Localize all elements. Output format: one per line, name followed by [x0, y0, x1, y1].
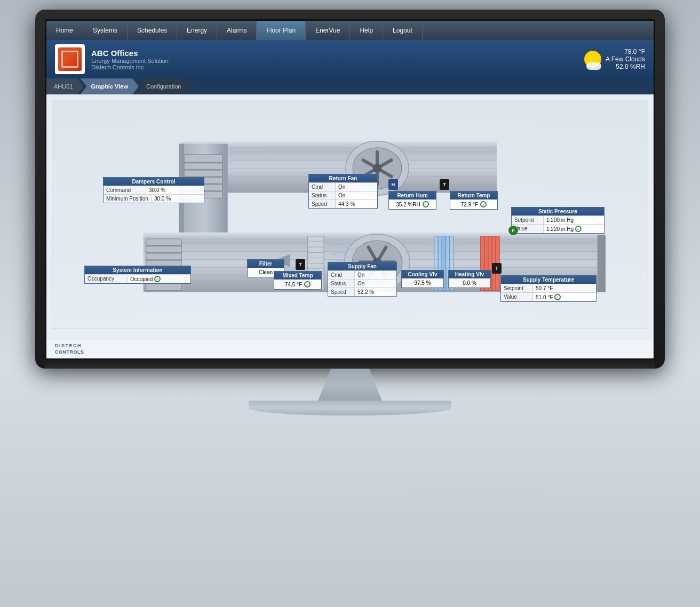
return-fan-speed-label: Speed	[309, 200, 336, 208]
distech-logo: DISTECH CONTROLS	[55, 343, 84, 355]
distech-logo-line1: DISTECH	[55, 343, 84, 349]
cooling-vlv-panel: Cooling Vlv 97.5 %	[401, 270, 444, 288]
tab-ahu01[interactable]: AHU01	[46, 78, 83, 94]
static-value-val: 1.220 in Hg	[544, 225, 584, 233]
static-pressure-header: Static Pressure	[512, 207, 604, 215]
supply-fan-speed-value: 52.2 %	[355, 288, 384, 296]
supply-fan-speed-label: Speed	[328, 288, 355, 296]
heating-vlv-header: Heating Vlv	[449, 270, 490, 278]
return-fan-status-value: On	[336, 191, 365, 199]
return-temp-value: 72.9 °F	[461, 202, 478, 207]
occupancy-label: Occupancy	[85, 275, 128, 283]
supply-fan-panel: Supply Fan Cmd On Status On Speed 52.2 %	[328, 262, 397, 297]
static-setpoint-label: Setpoint	[512, 216, 544, 224]
header-left: ABC Offices Energy Management Solution D…	[55, 44, 169, 74]
return-hum-status	[423, 201, 429, 207]
graphic-container: Dampers Control Command 30.0 % Minimum P…	[52, 100, 648, 329]
weather-box: 78.0 °F A Few Clouds 52.0 %RH	[584, 48, 645, 70]
supply-fan-header: Supply Fan	[328, 262, 396, 270]
dampers-control-header: Dampers Control	[104, 178, 204, 186]
static-setpoint-value: 1.200 in Hg	[544, 216, 576, 224]
return-temp-panel: Return Temp 72.9 °F	[450, 191, 498, 210]
dampers-minpos-label: Minimum Position	[104, 195, 152, 203]
breadcrumb: AHU01 Graphic View Configuration	[46, 78, 654, 94]
static-pressure-panel: Static Pressure Setpoint 1.200 in Hg Val…	[511, 207, 604, 234]
footer: DISTECH CONTROLS	[46, 340, 654, 358]
pressure-sensor: F	[508, 226, 518, 235]
nav-schedules[interactable]: Schedules	[128, 21, 177, 40]
distech-logo-line2: CONTROLS	[55, 349, 84, 356]
logo-icon	[58, 47, 82, 71]
main-content: Dampers Control Command 30.0 % Minimum P…	[46, 94, 654, 340]
weather-temp: 78.0 °F	[606, 48, 645, 55]
filter-header: Filter	[248, 260, 284, 268]
supply-fan-cmd-value: On	[355, 271, 384, 279]
dampers-command-value: 30.0 %	[146, 186, 176, 194]
system-info-header: System Information	[85, 266, 190, 274]
temp-sensor-return: T	[440, 179, 449, 190]
return-fan-speed-row: Speed 44.3 %	[309, 199, 377, 208]
nav-alarms[interactable]: Alarms	[217, 21, 257, 40]
static-value-row: Value 1.220 in Hg	[512, 224, 604, 233]
filter-value: Clean	[259, 269, 273, 275]
header: ABC Offices Energy Management Solution D…	[46, 40, 654, 78]
nav-home[interactable]: Home	[46, 21, 83, 40]
return-hum-header: Return Hum	[389, 191, 436, 199]
cooling-vlv-header: Cooling Vlv	[402, 270, 443, 278]
weather-info: 78.0 °F A Few Clouds 52.0 %RH	[606, 48, 645, 70]
return-hum-panel: Return Hum 35.2 %RH	[388, 191, 436, 210]
mixed-temp-value: 74.5 °F	[285, 282, 302, 287]
nav-systems[interactable]: Systems	[83, 21, 128, 40]
return-temp-status	[480, 201, 487, 207]
return-temp-header: Return Temp	[450, 191, 497, 199]
nav-enervue[interactable]: EnerVue	[306, 21, 350, 40]
occupancy-value: Occupied	[128, 275, 163, 283]
static-setpoint-row: Setpoint 1.200 in Hg	[512, 215, 604, 224]
monitor-bottom	[45, 360, 655, 369]
weather-condition: A Few Clouds	[606, 55, 645, 63]
mixed-temp-status	[304, 281, 311, 287]
mixed-temp-header: Mixed Temp	[274, 271, 321, 279]
dampers-command-row: Command 30.0 %	[104, 186, 204, 194]
occupancy-row: Occupancy Occupied	[85, 274, 190, 283]
heating-vlv-panel: Heating Vlv 0.0 %	[448, 270, 491, 288]
supply-temp-value-row: Value 51.0 °F	[501, 292, 596, 301]
nav-help[interactable]: Help	[350, 21, 383, 40]
return-fan-cmd-value: On	[336, 183, 365, 191]
weather-icon	[584, 51, 601, 68]
svg-point-12	[373, 164, 381, 172]
mixed-temp-body: 74.5 °F	[274, 279, 321, 289]
temp-sensor-mixed: T	[296, 259, 305, 270]
mixed-temp-panel: Mixed Temp 74.5 °F	[274, 271, 322, 290]
monitor-screen: Home Systems Schedules Energy Alarms Flo…	[45, 19, 655, 360]
supply-temp-setpoint-label: Setpoint	[501, 284, 533, 292]
tab-graphic-view[interactable]: Graphic View	[80, 78, 139, 94]
return-fan-panel: Return Fan Cmd On Status On Speed 44.3 %	[308, 174, 378, 209]
monitor-neck	[318, 369, 382, 401]
svg-rect-1	[181, 141, 497, 147]
return-fan-status-label: Status	[309, 191, 336, 199]
weather-humidity: 52.0 %RH	[606, 63, 645, 70]
heating-vlv-body: 0.0 %	[449, 278, 490, 287]
nav-floorplan[interactable]: Floor Plan	[257, 21, 306, 40]
cooling-vlv-body: 97.5 %	[402, 278, 443, 287]
logo-box	[55, 44, 85, 74]
nav-logout[interactable]: Logout	[383, 21, 423, 40]
supply-fan-status-value: On	[355, 279, 384, 287]
supply-temp-panel: Supply Temperature Setpoint 50.7 °F Valu…	[500, 275, 596, 302]
tab-configuration[interactable]: Configuration	[136, 78, 192, 94]
return-fan-cmd-row: Cmd On	[309, 182, 377, 191]
app-company: Distech Controls Inc	[91, 64, 169, 70]
return-hum-value: 35.2 %RH	[396, 202, 420, 207]
return-fan-cmd-label: Cmd	[309, 183, 336, 191]
supply-temp-setpoint-value: 50.7 °F	[533, 284, 562, 292]
nav-energy[interactable]: Energy	[177, 21, 217, 40]
dampers-minpos-row: Minimum Position 30.0 %	[104, 194, 204, 203]
return-fan-speed-value: 44.3 %	[336, 200, 365, 208]
return-fan-header: Return Fan	[309, 174, 377, 182]
dampers-minpos-value: 30.0 %	[152, 195, 181, 203]
svg-rect-63	[598, 235, 606, 292]
header-text: ABC Offices Energy Management Solution D…	[91, 49, 169, 70]
cooling-vlv-value: 97.5 %	[414, 280, 431, 286]
supply-fan-speed-row: Speed 52.2 %	[328, 287, 396, 296]
